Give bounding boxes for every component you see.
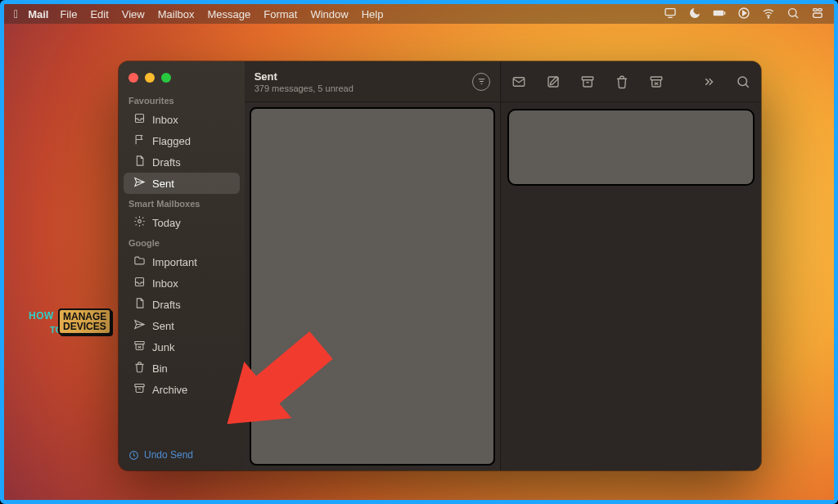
- content-pane: [501, 61, 761, 470]
- svg-rect-8: [813, 13, 822, 17]
- sidebar-google-important[interactable]: Important: [124, 251, 240, 272]
- sidebar-section-google: Google: [119, 233, 245, 251]
- menubar-app-name[interactable]: Mail: [28, 8, 48, 20]
- sidebar-section-favourites: Favourites: [119, 91, 245, 109]
- send-icon: [133, 318, 146, 333]
- message-list-redacted: [250, 107, 495, 466]
- message-list-pane: Sent 379 messages, 5 unread: [245, 61, 501, 470]
- battery-icon[interactable]: [713, 7, 726, 22]
- sidebar-item-label: Flagged: [152, 135, 191, 147]
- svg-point-17: [738, 77, 747, 86]
- sidebar-item-label: Important: [152, 256, 197, 268]
- svg-rect-1: [714, 10, 724, 16]
- sidebar-fav-drafts[interactable]: Drafts: [124, 151, 240, 173]
- archive-icon: [580, 74, 595, 89]
- spotlight-icon[interactable]: [786, 7, 800, 22]
- sidebar-item-label: Junk: [152, 341, 174, 353]
- menu-file[interactable]: File: [60, 8, 77, 20]
- toolbar: [501, 61, 761, 102]
- sidebar-smart-today[interactable]: Today: [124, 212, 240, 233]
- sidebar-fav-sent[interactable]: Sent: [124, 173, 240, 194]
- sidebar-google-sent[interactable]: Sent: [124, 315, 240, 336]
- svg-rect-6: [813, 8, 818, 11]
- junk-button[interactable]: [648, 74, 665, 90]
- svg-rect-10: [135, 342, 144, 344]
- control-center-icon[interactable]: [811, 7, 824, 22]
- sidebar-google-archive[interactable]: Archive: [124, 379, 240, 400]
- sidebar-item-label: Drafts: [152, 299, 181, 311]
- fullscreen-window-button[interactable]: [161, 73, 171, 83]
- undo-send-button[interactable]: Undo Send: [119, 441, 245, 470]
- now-playing-icon[interactable]: [737, 7, 750, 22]
- menu-help[interactable]: Help: [362, 8, 384, 20]
- filter-icon: [477, 77, 486, 86]
- folder-icon: [133, 254, 146, 269]
- svg-rect-2: [724, 11, 725, 15]
- screen-mirroring-icon[interactable]: [664, 7, 677, 22]
- archive-button[interactable]: [579, 74, 596, 90]
- more-button[interactable]: [701, 74, 717, 90]
- menu-view[interactable]: View: [122, 8, 145, 20]
- sidebar-google-bin[interactable]: Bin: [124, 358, 240, 379]
- trash-icon: [615, 74, 629, 89]
- inbox-icon: [133, 276, 146, 290]
- junk-icon: [649, 74, 664, 89]
- mail-app-window: Favourites InboxFlaggedDraftsSent Smart …: [119, 61, 761, 470]
- doc-icon: [133, 155, 146, 169]
- sidebar-fav-flagged[interactable]: Flagged: [124, 130, 240, 151]
- minimize-window-button[interactable]: [145, 73, 155, 83]
- menu-message[interactable]: Message: [208, 8, 251, 20]
- menu-mailbox[interactable]: Mailbox: [158, 8, 195, 20]
- sidebar-google-inbox[interactable]: Inbox: [124, 272, 240, 294]
- sidebar-fav-inbox[interactable]: Inbox: [124, 109, 240, 130]
- inbox-icon: [133, 112, 146, 127]
- macos-menubar:  Mail File Edit View Mailbox Message Fo…: [4, 4, 834, 24]
- wifi-icon[interactable]: [762, 7, 775, 22]
- reply-button[interactable]: [511, 74, 527, 90]
- list-header: Sent 379 messages, 5 unread: [245, 61, 500, 102]
- search-icon: [736, 74, 750, 89]
- svg-rect-0: [665, 8, 675, 15]
- do-not-disturb-icon[interactable]: [688, 7, 701, 22]
- delete-button[interactable]: [614, 74, 630, 90]
- send-icon: [133, 176, 146, 191]
- menu-edit[interactable]: Edit: [90, 8, 108, 20]
- svg-rect-15: [582, 77, 593, 80]
- sidebar-item-label: Sent: [152, 320, 174, 332]
- sidebar-item-label: Inbox: [152, 114, 178, 126]
- window-controls: [119, 66, 245, 91]
- sidebar-section-smart: Smart Mailboxes: [119, 194, 245, 212]
- junk-icon: [133, 340, 146, 354]
- trash-icon: [133, 361, 146, 376]
- flag-icon: [133, 133, 146, 148]
- mailbox-title: Sent: [255, 70, 472, 83]
- watermark-logo: HOW TO MANAGEDEVICES: [30, 307, 112, 340]
- menu-window[interactable]: Window: [310, 8, 348, 20]
- svg-point-4: [768, 16, 768, 17]
- sidebar-google-drafts[interactable]: Drafts: [124, 294, 240, 315]
- svg-point-9: [138, 220, 142, 223]
- undo-send-label: Undo Send: [144, 449, 193, 461]
- sidebar-google-junk[interactable]: Junk: [124, 336, 240, 358]
- menu-format[interactable]: Format: [264, 8, 297, 20]
- close-window-button[interactable]: [128, 73, 138, 83]
- svg-rect-11: [135, 385, 144, 387]
- svg-rect-16: [651, 77, 662, 80]
- gear-icon: [133, 215, 146, 230]
- sidebar-item-label: Today: [152, 217, 181, 229]
- svg-point-5: [789, 8, 796, 16]
- filter-button[interactable]: [472, 73, 490, 91]
- svg-rect-7: [818, 8, 822, 11]
- search-button[interactable]: [735, 74, 751, 90]
- apple-menu-icon[interactable]: : [14, 7, 18, 20]
- sidebar-item-label: Drafts: [152, 156, 181, 169]
- sidebar-item-label: Inbox: [152, 277, 178, 290]
- compose-button[interactable]: [545, 74, 561, 90]
- mailbox-subtitle: 379 messages, 5 unread: [255, 83, 472, 93]
- compose-icon: [546, 74, 561, 89]
- undo-icon: [128, 450, 139, 461]
- sidebar: Favourites InboxFlaggedDraftsSent Smart …: [119, 61, 245, 470]
- doc-icon: [133, 297, 146, 312]
- archive-icon: [133, 382, 146, 397]
- chevrons-icon: [701, 74, 716, 89]
